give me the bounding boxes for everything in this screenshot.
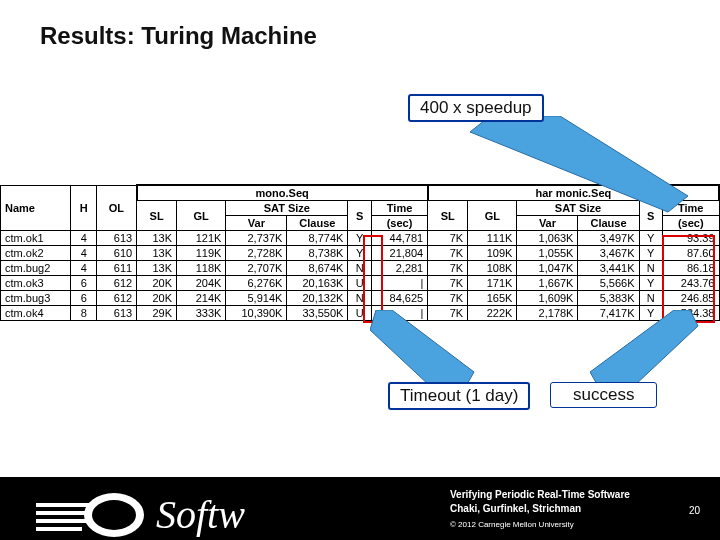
cell: Y (639, 231, 662, 246)
cell: 7K (428, 276, 468, 291)
col-clause: Clause (287, 216, 348, 231)
cell: N (348, 291, 371, 306)
cell: 613 (97, 306, 137, 321)
cell: 2,707K (226, 261, 287, 276)
cell: 118K (177, 261, 226, 276)
cell: 1,667K (517, 276, 578, 291)
cell: 2,737K (226, 231, 287, 246)
col-time-unit: (sec) (371, 216, 427, 231)
table-row: ctm.bug2461113K118K2,707K8,674KN2,2817K1… (1, 261, 720, 276)
cell: 214K (177, 291, 226, 306)
arrow-timeout (370, 310, 490, 386)
cell: Y (639, 246, 662, 261)
cell: 612 (97, 276, 137, 291)
cell: 5,383K (578, 291, 639, 306)
cell: 8 (71, 306, 97, 321)
cell: 3,441K (578, 261, 639, 276)
cell: Y (639, 276, 662, 291)
cell: N (348, 261, 371, 276)
cell: 21,804 (371, 246, 427, 261)
cell: 171K (468, 276, 517, 291)
cell: 612 (97, 291, 137, 306)
page-number: 20 (689, 505, 700, 516)
table-row: ctm.ok3661220K204K6,276K20,163KU|7K171K1… (1, 276, 720, 291)
cell: 611 (97, 261, 137, 276)
cell: 3,467K (578, 246, 639, 261)
callout-success: success (550, 382, 657, 408)
cell: 7K (428, 261, 468, 276)
table-row: ctm.ok1461313K121K2,737K8,774KY44,7817K1… (1, 231, 720, 246)
col-clause2: Clause (578, 216, 639, 231)
callout-timeout: Timeout (1 day) (388, 382, 530, 410)
cell: 246.85 (662, 291, 719, 306)
cell: 44,781 (371, 231, 427, 246)
cell: 20,132K (287, 291, 348, 306)
svg-marker-2 (590, 310, 698, 386)
cell: Y (348, 246, 371, 261)
cell: 5,566K (578, 276, 639, 291)
cell: | (371, 276, 427, 291)
col-sl: SL (137, 201, 177, 231)
footer-line2: Chaki, Gurfinkel, Strichman (450, 503, 581, 514)
svg-rect-6 (36, 527, 82, 531)
cell: ctm.bug2 (1, 261, 71, 276)
cell: 29K (137, 306, 177, 321)
cell: 93.39 (662, 231, 719, 246)
cell: 33,550K (287, 306, 348, 321)
svg-marker-0 (470, 116, 688, 212)
cell: 13K (137, 231, 177, 246)
svg-text:Softw: Softw (156, 492, 245, 537)
cell: 3,497K (578, 231, 639, 246)
cell: ctm.ok3 (1, 276, 71, 291)
cell: 6,276K (226, 276, 287, 291)
svg-marker-1 (370, 310, 474, 386)
cell: 7K (428, 246, 468, 261)
col-gl: GL (177, 201, 226, 231)
cell: N (639, 261, 662, 276)
cell: 109K (468, 246, 517, 261)
table-row: ctm.bug3661220K214K5,914K20,132KN84,6257… (1, 291, 720, 306)
cell: 4 (71, 246, 97, 261)
col-time-unit2: (sec) (662, 216, 719, 231)
cell: 1,609K (517, 291, 578, 306)
col-sl2: SL (428, 201, 468, 231)
col-var2: Var (517, 216, 578, 231)
svg-rect-4 (36, 511, 90, 515)
svg-rect-5 (36, 519, 86, 523)
cell: 5,914K (226, 291, 287, 306)
cell: 2,281 (371, 261, 427, 276)
cell: U (348, 276, 371, 291)
col-group-mono: mono.Seq (137, 185, 428, 201)
cell: U (348, 306, 371, 321)
cell: 121K (177, 231, 226, 246)
cell: ctm.ok4 (1, 306, 71, 321)
cell: 243.76 (662, 276, 719, 291)
cell: 8,774K (287, 231, 348, 246)
cell: 613 (97, 231, 137, 246)
svg-point-8 (92, 500, 136, 530)
cell: 20K (137, 291, 177, 306)
col-name: Name (1, 185, 71, 231)
cell: 333K (177, 306, 226, 321)
cell: ctm.bug3 (1, 291, 71, 306)
cell: 1,055K (517, 246, 578, 261)
cell: 165K (468, 291, 517, 306)
footer-line1: Verifying Periodic Real-Time Software (450, 489, 630, 500)
cell: 86.18 (662, 261, 719, 276)
cell: 6 (71, 276, 97, 291)
cell: 108K (468, 261, 517, 276)
cell: 4 (71, 261, 97, 276)
arrow-speedup (470, 116, 700, 216)
cell: N (639, 291, 662, 306)
slide: Results: Turing Machine 400 x speedup Na… (0, 0, 720, 540)
cell: 1,063K (517, 231, 578, 246)
cell: 2,178K (517, 306, 578, 321)
cell: 1,047K (517, 261, 578, 276)
svg-rect-3 (36, 503, 94, 507)
cell: 7K (428, 291, 468, 306)
cell: ctm.ok1 (1, 231, 71, 246)
cell: 610 (97, 246, 137, 261)
col-s: S (348, 201, 371, 231)
col-h: H (71, 185, 97, 231)
cell: 10,390K (226, 306, 287, 321)
